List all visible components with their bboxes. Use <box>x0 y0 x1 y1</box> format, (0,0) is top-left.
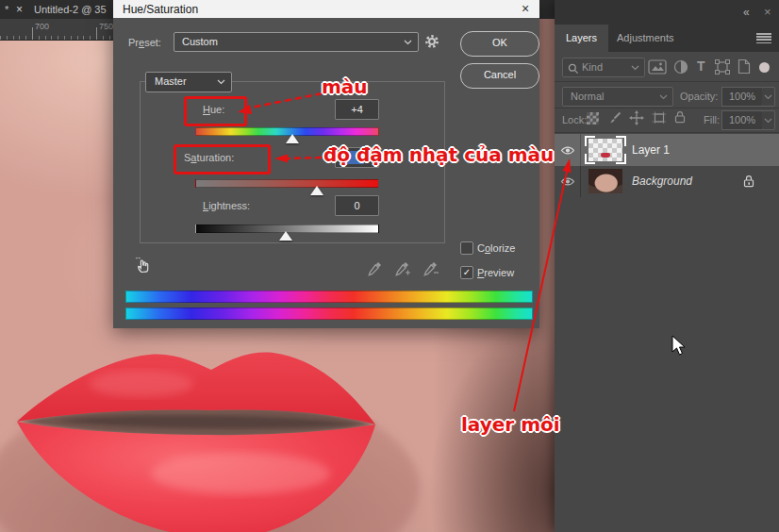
fill-value-field[interactable]: 100% <box>721 110 763 130</box>
spectrum-bar-before <box>125 291 533 303</box>
selection-corner <box>616 136 626 146</box>
gear-icon[interactable] <box>424 34 439 51</box>
lightness-value-field[interactable]: 0 <box>335 195 379 216</box>
photoshop-window: * × Untitled-2 @ 35 700 750 Hue/Saturati… <box>0 0 779 532</box>
annotation-hue: màu <box>322 75 368 98</box>
lock-position-move-icon[interactable] <box>629 110 644 127</box>
tab-adjustments[interactable]: Adjustments <box>617 32 674 43</box>
selection-corner <box>616 154 626 164</box>
preset-value: Custom <box>174 36 218 47</box>
filter-pixel-layers-icon[interactable] <box>648 59 667 76</box>
filter-adjustment-layers-icon[interactable] <box>673 59 688 76</box>
lock-transparency-icon[interactable] <box>587 112 599 125</box>
lightness-label: Lightness: <box>203 200 250 211</box>
tab-close-icon[interactable]: × <box>16 3 23 16</box>
channel-value: Master <box>146 75 187 87</box>
visibility-eye-icon[interactable] <box>560 145 575 158</box>
panel-header: « × <box>555 0 779 25</box>
chevron-down-icon <box>764 118 772 124</box>
dialog-title: Hue/Saturation <box>123 3 198 16</box>
filter-toggle-icon[interactable] <box>759 62 770 73</box>
search-icon <box>568 62 579 80</box>
saturation-highlight-box <box>174 144 271 175</box>
filter-smart-object-icon[interactable] <box>738 58 751 76</box>
preset-dropdown[interactable]: Custom <box>174 32 419 52</box>
hue-value-field[interactable]: +4 <box>335 99 379 120</box>
ok-button[interactable]: OK <box>460 31 539 57</box>
opacity-dropdown-chevron[interactable] <box>762 87 775 107</box>
horizontal-ruler: 700 750 <box>0 19 113 41</box>
opacity-value-field[interactable]: 100% <box>721 87 763 107</box>
unsaved-asterisk: * <box>5 4 8 15</box>
lock-label: Lock: <box>562 114 587 125</box>
document-tab-title[interactable]: Untitled-2 @ 35 <box>34 4 107 15</box>
chevron-down-icon <box>659 94 668 100</box>
layer-thumbnail-frame[interactable] <box>585 136 626 164</box>
panel-tab-bar: Layers Adjustments <box>555 25 779 52</box>
saturation-slider-handle[interactable] <box>310 186 323 195</box>
lightness-slider-handle[interactable] <box>279 231 292 241</box>
blend-mode-dropdown[interactable]: Normal <box>562 87 673 107</box>
divider <box>555 108 779 108</box>
lock-all-icon[interactable] <box>674 110 686 125</box>
dialog-close-icon[interactable]: × <box>522 1 529 16</box>
cancel-button[interactable]: Cancel <box>460 63 539 89</box>
opacity-label: Opacity: <box>680 91 718 102</box>
fill-label: Fill: <box>704 114 720 125</box>
hue-highlight-box <box>184 96 247 126</box>
hue-slider-handle[interactable] <box>286 134 299 143</box>
ruler-label: 750 <box>99 22 113 31</box>
layer-row-background[interactable]: Background <box>555 166 779 197</box>
preview-checkbox[interactable]: ✓ <box>460 266 473 279</box>
layer-name[interactable]: Layer 1 <box>632 143 670 157</box>
channel-dropdown[interactable]: Master <box>145 72 232 92</box>
colorize-checkbox[interactable] <box>460 241 473 255</box>
dialog-titlebar[interactable]: Hue/Saturation × <box>113 0 539 18</box>
preset-label: Preset: <box>128 37 161 48</box>
eyedropper-plus-icon[interactable] <box>395 260 410 279</box>
lock-pixels-brush-icon[interactable] <box>608 111 622 126</box>
annotation-saturation: độ đậm nhạt của màu <box>323 143 554 166</box>
targeted-adjustment-hand-icon[interactable] <box>136 257 153 276</box>
filter-type-layers-icon[interactable]: T <box>697 58 705 74</box>
lock-artboard-icon[interactable] <box>652 111 667 126</box>
divider <box>580 166 581 197</box>
chevron-down-icon <box>404 40 412 45</box>
selection-corner <box>585 136 595 146</box>
annotation-layer: layer môi <box>461 413 560 436</box>
layer-row-layer1[interactable]: Layer 1 <box>555 134 779 166</box>
divider <box>580 134 581 166</box>
layer-thumbnail[interactable] <box>588 169 622 193</box>
chevron-down-icon <box>631 65 639 71</box>
filter-kind-dropdown[interactable]: Kind <box>562 58 645 77</box>
ruler-label: 700 <box>35 22 49 31</box>
locked-layer-icon <box>743 175 754 190</box>
layers-panel: « × Layers Adjustments Kind T Normal Opa… <box>555 0 779 532</box>
chevron-down-icon <box>217 79 225 85</box>
divider <box>555 132 779 133</box>
selection-corner <box>585 154 595 164</box>
collapse-panel-icon[interactable]: « <box>743 6 749 19</box>
fill-dropdown-chevron[interactable] <box>762 110 775 130</box>
preview-label: Preview <box>477 267 514 278</box>
layer-name[interactable]: Background <box>632 175 692 188</box>
filter-shape-layers-icon[interactable] <box>715 59 730 76</box>
blend-mode-value: Normal <box>563 91 604 102</box>
visibility-eye-icon[interactable] <box>560 176 575 189</box>
panel-menu-icon[interactable] <box>756 33 771 43</box>
ruler-major-tick <box>96 27 97 40</box>
saturation-slider-track[interactable] <box>195 179 379 188</box>
divider <box>555 81 779 82</box>
close-panel-icon[interactable]: × <box>764 5 771 19</box>
lips-mark <box>601 153 610 158</box>
eyedropper-icon[interactable] <box>368 260 383 279</box>
eyedropper-minus-icon[interactable] <box>423 260 439 279</box>
chevron-down-icon <box>764 94 772 100</box>
spectrum-bar-after <box>125 308 533 320</box>
ruler-major-tick <box>32 27 33 40</box>
colorize-label: Colorize <box>477 242 515 254</box>
tab-layers[interactable]: Layers <box>555 25 608 52</box>
